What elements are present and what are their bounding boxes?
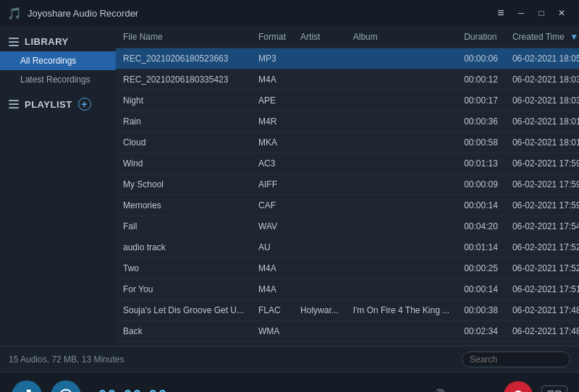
playlist-add-button[interactable]: + <box>78 98 91 111</box>
table-cell <box>346 90 457 111</box>
recordings-table: File Name Format Artist Album Duration C… <box>116 26 579 346</box>
table-row[interactable]: TwoM4A00:00:2506-02-2021 17:52 <box>116 258 579 279</box>
table-cell: 06-02-2021 18:01 <box>505 111 579 132</box>
table-row[interactable]: audio trackAU00:01:1406-02-2021 17:52 <box>116 237 579 258</box>
table-row[interactable]: REC_20210206180523663MP300:00:0606-02-20… <box>116 48 579 69</box>
table-cell: 06-02-2021 17:48 <box>505 321 579 342</box>
table-cell <box>293 237 346 258</box>
col-header-artist[interactable]: Artist <box>293 26 346 48</box>
table-body: REC_20210206180523663MP300:00:0606-02-20… <box>116 48 579 346</box>
col-header-duration[interactable]: Duration <box>457 26 505 48</box>
table-cell: WAV <box>251 216 293 237</box>
table-cell: 00:00:36 <box>457 111 505 132</box>
table-cell: AC3 <box>251 153 293 174</box>
table-cell <box>346 321 457 342</box>
table-row[interactable]: BackWMA00:02:3406-02-2021 17:48 <box>116 321 579 342</box>
table-row[interactable]: WindAC300:01:1306-02-2021 17:59 <box>116 153 579 174</box>
table-cell: APE <box>251 90 293 111</box>
playlist-menu-icon[interactable] <box>9 100 19 108</box>
table-cell: WMA <box>251 321 293 342</box>
table-row[interactable]: MemoriesCAF00:00:1406-02-2021 17:59 <box>116 195 579 216</box>
table-row[interactable]: RainM4R00:00:3606-02-2021 18:01 <box>116 111 579 132</box>
table-row[interactable]: Souja's Let Dis Groove Get U...FLACHolyw… <box>116 300 579 321</box>
latest-recordings-label: Latest Recordings <box>20 74 90 85</box>
table-cell: 00:00:12 <box>457 69 505 90</box>
table-cell <box>346 174 457 195</box>
table-row[interactable]: REC_20210206180335423M4A00:00:1206-02-20… <box>116 69 579 90</box>
music-icon <box>19 388 35 393</box>
table-cell: Back <box>116 321 251 342</box>
col-header-format[interactable]: Format <box>251 26 293 48</box>
table-cell: 00:00:02 <box>457 342 505 346</box>
table-cell: 00:00:17 <box>457 90 505 111</box>
table-cell <box>293 321 346 342</box>
app-title: Joyoshare Audio Recorder <box>28 8 259 19</box>
close-button[interactable]: ✕ <box>551 3 572 23</box>
col-header-album[interactable]: Album <box>346 26 457 48</box>
table-cell: Rain <box>116 111 251 132</box>
table-cell <box>293 111 346 132</box>
col-header-created[interactable]: Created Time ▼ <box>505 26 579 48</box>
table-cell: 06-02-2021 17:59 <box>505 153 579 174</box>
table-cell: M4A <box>251 279 293 300</box>
table-cell: Memories <box>116 195 251 216</box>
table-cell: 00:00:06 <box>457 48 505 69</box>
split-button[interactable] <box>541 385 567 393</box>
volume-area: 🔊 › <box>431 388 495 392</box>
table-cell: 06-02-2021 17:54 <box>505 216 579 237</box>
app-icon: 🎵 <box>7 7 22 20</box>
table-cell: 06-02-2021 17:52 <box>505 237 579 258</box>
table-cell: Wind <box>116 153 251 174</box>
table-row[interactable]: My SchoolAIFF00:00:0906-02-2021 17:59 <box>116 174 579 195</box>
table-row[interactable]: NightAPE00:00:1706-02-2021 18:03 <box>116 90 579 111</box>
minimize-button[interactable]: ─ <box>511 3 531 23</box>
table-row[interactable]: For YouM4A00:00:1406-02-2021 17:51 <box>116 279 579 300</box>
table-cell: 00:04:20 <box>457 216 505 237</box>
headphone-button[interactable] <box>51 380 81 393</box>
table-cell <box>346 153 457 174</box>
search-input[interactable] <box>462 351 570 367</box>
library-label: LIBRARY <box>25 36 69 47</box>
table-cell: Winter <box>116 342 251 346</box>
table-cell: 06-02-2021 17:59 <box>505 195 579 216</box>
music-library-button[interactable] <box>12 380 42 393</box>
table-cell <box>346 48 457 69</box>
table-cell: M4A <box>251 258 293 279</box>
table-cell: FLAC <box>251 300 293 321</box>
status-info: 15 Audios, 72 MB, 13 Minutes <box>9 354 124 365</box>
playerbar: 00:00:00 🔊 › <box>0 372 579 392</box>
table-cell <box>346 69 457 90</box>
table-cell: Two <box>116 258 251 279</box>
statusbar: 15 Audios, 72 MB, 13 Minutes <box>0 346 579 372</box>
table-row[interactable]: CloudMKA00:00:5806-02-2021 18:01 <box>116 132 579 153</box>
record-button[interactable] <box>504 381 533 393</box>
table-cell: 06-02-2021 18:05 <box>505 48 579 69</box>
table-row[interactable]: FallWAV00:04:2006-02-2021 17:54 <box>116 216 579 237</box>
sort-arrow-icon: ▼ <box>570 32 578 42</box>
library-menu-icon[interactable] <box>9 38 19 46</box>
table-cell <box>346 111 457 132</box>
split-icon <box>547 390 562 393</box>
maximize-button[interactable]: □ <box>531 3 551 23</box>
col-header-filename[interactable]: File Name <box>116 26 251 48</box>
table-cell: 00:00:58 <box>457 132 505 153</box>
table-cell <box>346 237 457 258</box>
table-cell: For You <box>116 279 251 300</box>
sidebar-item-latest-recordings[interactable]: Latest Recordings <box>0 70 116 89</box>
table-cell: Holywar... <box>293 300 346 321</box>
recordings-table-container[interactable]: File Name Format Artist Album Duration C… <box>116 26 579 346</box>
sidebar-item-all-recordings[interactable]: All Recordings <box>0 51 116 70</box>
table-cell: Cloud <box>116 132 251 153</box>
volume-chevron-icon[interactable]: › <box>491 388 495 392</box>
table-cell: M4R <box>251 111 293 132</box>
time-display: 00:00:00 <box>98 387 252 392</box>
table-cell: Night <box>116 90 251 111</box>
table-cell <box>293 48 346 69</box>
table-row[interactable]: WinterAAC00:00:0206-02-2021 17:47 <box>116 342 579 346</box>
playlist-section-header: PLAYLIST + <box>0 92 116 116</box>
volume-icon[interactable]: 🔊 <box>431 388 446 392</box>
menu-button[interactable]: ≡ <box>491 3 511 23</box>
table-cell: 00:00:09 <box>457 174 505 195</box>
table-cell: AIFF <box>251 174 293 195</box>
table-cell: 06-02-2021 17:48 <box>505 300 579 321</box>
